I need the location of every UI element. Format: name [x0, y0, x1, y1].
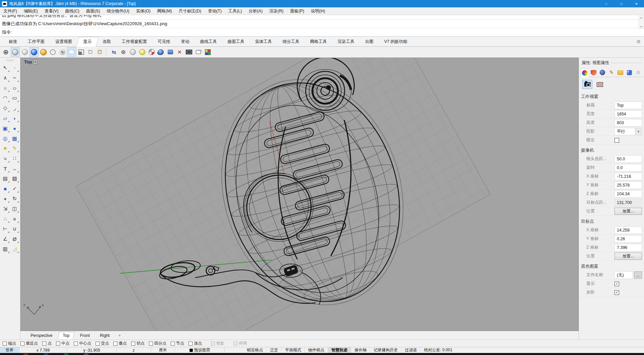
ribbon-tab[interactable]: 可见性: [152, 37, 176, 46]
rendered-display-icon[interactable]: [30, 47, 39, 57]
point-tool[interactable]: ○: [10, 63, 19, 72]
block-tool[interactable]: ▤: [1, 174, 10, 183]
select-tool[interactable]: ↖: [1, 63, 10, 72]
ribbon-tab[interactable]: 细分工具: [277, 37, 305, 46]
ellipse-tool[interactable]: ○: [10, 84, 19, 92]
osnap-checkbox[interactable]: [189, 342, 193, 346]
join-tool[interactable]: ∪: [10, 224, 19, 233]
chevron-down-icon[interactable]: ▾: [635, 128, 642, 135]
camera-z-field[interactable]: 104.34: [614, 190, 642, 198]
ribbon-tab[interactable]: 曲面工具: [222, 37, 250, 46]
ghosted-display-icon[interactable]: [20, 47, 29, 57]
ribbon-tab[interactable]: 曲线工具: [195, 37, 222, 46]
camera-display-icon[interactable]: [156, 47, 165, 57]
properties-tab-icon[interactable]: [581, 68, 589, 77]
viewport-title-text[interactable]: Top: [24, 59, 32, 64]
camera-x-field[interactable]: -71.216: [614, 173, 642, 180]
menu-item[interactable]: 曲线(C): [62, 7, 83, 15]
osnap-checkbox[interactable]: [171, 342, 175, 346]
material-tab-icon[interactable]: [590, 68, 598, 77]
command-area[interactable]: 以 jpeg 格式保存不支持透明背景。设置为 Png 格式 图像已成功保存为 C…: [0, 15, 644, 37]
current-layer-cell[interactable]: 预设图层: [175, 347, 225, 353]
menu-item[interactable]: 变动(T): [205, 7, 225, 15]
fillet-curve-tool[interactable]: ◞: [10, 104, 19, 112]
viewport-menu-chevron-icon[interactable]: ▾: [33, 59, 38, 64]
target-y-field[interactable]: 0.26: [614, 235, 642, 243]
hatch-tool[interactable]: ▨: [10, 174, 19, 183]
scale-tool[interactable]: ⇲: [1, 204, 10, 213]
projection-dropdown[interactable]: 平行 ▾: [614, 128, 642, 135]
osnap-item[interactable]: 顶点: [189, 341, 202, 346]
render-tab-icon[interactable]: [598, 68, 607, 77]
viewport-tab-top[interactable]: Top: [58, 332, 75, 339]
osnap-checkbox[interactable]: [20, 342, 24, 346]
osnap-item[interactable]: 中点: [56, 341, 69, 346]
offset-tool[interactable]: ≡: [10, 214, 19, 223]
toolbar-grip[interactable]: [6, 60, 14, 61]
scroll-up-icon[interactable]: ▲: [640, 16, 642, 19]
technical-display-icon[interactable]: ⊛: [119, 47, 128, 57]
minimize-button[interactable]: ─: [599, 0, 614, 7]
menu-item[interactable]: 说明(H): [308, 7, 328, 15]
ribbon-tab[interactable]: 出图: [360, 37, 379, 46]
surface-plane-tool[interactable]: ▱: [1, 114, 10, 122]
menu-item[interactable]: 实体(O): [133, 7, 154, 15]
folder-tab-icon[interactable]: [616, 68, 625, 77]
status-toggle[interactable]: 记录建构历史: [370, 347, 401, 353]
curved-surface-tool[interactable]: ◗: [10, 114, 19, 122]
torus-tool[interactable]: ◎: [1, 134, 10, 143]
osnap-item[interactable]: 中心点: [74, 341, 91, 346]
four-view-icon[interactable]: □: [95, 47, 104, 57]
diameter-tool[interactable]: Ø: [10, 235, 19, 243]
tab-bar-gear-icon[interactable]: ⚙: [636, 39, 641, 44]
angle-tool[interactable]: ∠: [1, 235, 10, 243]
curve-handles-tool[interactable]: ≈: [1, 154, 10, 163]
viewport-tab-perspective[interactable]: Perspective: [26, 332, 56, 339]
units-cell[interactable]: 厘米: [151, 347, 175, 353]
menu-item[interactable]: 编辑(E): [20, 7, 41, 15]
camera-y-field[interactable]: 25.578: [614, 182, 642, 189]
trim-tool[interactable]: ⊢: [1, 224, 10, 233]
viewport-title[interactable]: Top ▾: [24, 59, 38, 64]
close-button[interactable]: ✕: [629, 0, 644, 7]
osnap-checkbox[interactable]: [56, 342, 60, 346]
osnap-checkbox[interactable]: [3, 342, 7, 346]
menu-item[interactable]: 网格(M): [154, 7, 175, 15]
ribbon-tab[interactable]: 标准: [3, 37, 22, 46]
viewport-width-field[interactable]: 1654: [614, 110, 642, 118]
target-x-field[interactable]: 14.258: [614, 226, 642, 234]
osnap-item[interactable]: 垂点: [113, 341, 127, 346]
quadrant-display-icon[interactable]: [147, 47, 156, 57]
menu-item[interactable]: 细分物件(U): [103, 7, 132, 15]
menu-item[interactable]: 查看(V): [41, 7, 62, 15]
browse-file-button[interactable]: ...: [634, 271, 642, 278]
text-tool[interactable]: T: [1, 164, 10, 173]
viewport-top[interactable]: x y Top ▾: [20, 58, 579, 331]
osnap-checkbox[interactable]: [211, 342, 215, 346]
point-cloud-tool[interactable]: ∷: [10, 154, 19, 163]
osnap-item[interactable]: 四分点: [149, 341, 166, 346]
arc-tool[interactable]: ◠: [1, 94, 10, 102]
camera-properties-button[interactable]: [582, 80, 592, 89]
status-toggle[interactable]: 物件锁点: [305, 347, 328, 353]
help-tab-icon[interactable]: ?: [625, 68, 634, 77]
menu-item[interactable]: 面板(P): [287, 7, 308, 15]
osnap-checkbox[interactable]: [42, 342, 46, 346]
menu-item[interactable]: 工具(L): [225, 7, 245, 15]
osnap-item[interactable]: 最近点: [20, 341, 38, 346]
sphere-tool[interactable]: ●: [10, 124, 19, 133]
xray-display-icon[interactable]: [48, 47, 57, 57]
osnap-item[interactable]: 点: [42, 341, 52, 346]
single-view-icon[interactable]: □: [86, 47, 95, 57]
menu-item[interactable]: 曲面(S): [83, 7, 104, 15]
ribbon-tab[interactable]: 选取: [97, 37, 116, 46]
command-scrollbar[interactable]: ▲ ▼: [639, 15, 644, 29]
osnap-checkbox[interactable]: [149, 342, 153, 346]
ribbon-tab[interactable]: 工作视窗配置: [116, 37, 152, 46]
ribbon-tab[interactable]: 设置视图: [50, 37, 77, 46]
wallpaper-grayscale-checkbox[interactable]: ✓: [614, 290, 619, 295]
layer-tool[interactable]: ▥: [1, 245, 10, 253]
arctic-display-icon[interactable]: [67, 47, 76, 57]
status-toggle[interactable]: 智慧轨迹: [328, 347, 351, 353]
osnap-item[interactable]: 切点: [131, 341, 145, 346]
